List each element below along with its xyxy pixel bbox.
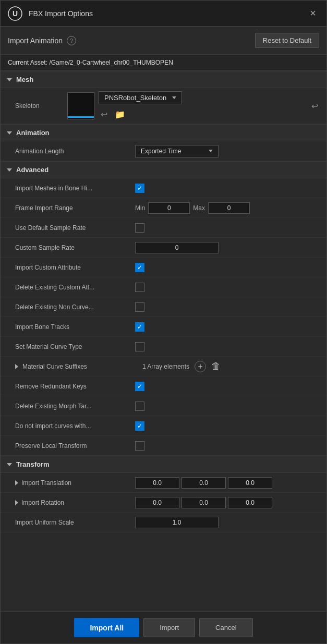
header-left: Import Animation ? (8, 36, 76, 45)
import-translation-x-input[interactable] (135, 477, 179, 489)
bottom-spacer (1, 532, 326, 543)
transform-chevron-icon (7, 463, 12, 466)
use-default-sample-rate-value (135, 223, 320, 233)
transform-section-header[interactable]: Transform (1, 456, 326, 473)
delete-existing-non-curve-row: Delete Existing Non Curve... (1, 297, 326, 317)
animation-chevron-icon (7, 131, 12, 135)
delete-existing-custom-att-row: Delete Existing Custom Att... (1, 277, 326, 297)
skeleton-back-button[interactable]: ↩ (99, 108, 110, 120)
current-asset-row: Current Asset: /Game/2_0-Cartwheel_chr00… (1, 55, 326, 71)
import-uniform-scale-row: Import Uniform Scale (1, 513, 326, 532)
material-curve-suffixes-value: 1 Array elements + 🗑 (142, 361, 320, 372)
import-translation-y-input[interactable] (181, 477, 226, 489)
import-bone-tracks-checkbox[interactable] (135, 322, 144, 332)
skeleton-row: Skeleton PNSRobot_Skeleton ↩ 📁 ↩ (1, 88, 326, 124)
asset-path: /Game/2_0-Cartwheel_chr00_THUMBOPEN (49, 59, 173, 66)
import-meshes-value (135, 184, 320, 193)
frame-import-range-row: Frame Import Range Min Max (1, 198, 326, 218)
header-row: Import Animation ? Reset to Default (1, 27, 326, 55)
use-default-sample-rate-checkbox[interactable] (135, 223, 144, 233)
import-meshes-checkbox[interactable] (135, 184, 144, 193)
reset-to-default-button[interactable]: Reset to Default (255, 33, 319, 48)
skeleton-reset-button[interactable]: ↩ (309, 100, 320, 112)
skeleton-dropdown-value: PNSRobot_Skeleton (104, 94, 166, 102)
delete-existing-non-curve-checkbox[interactable] (135, 302, 144, 312)
remove-redundant-keys-checkbox[interactable] (135, 382, 144, 391)
set-material-curve-type-value (135, 342, 320, 351)
import-meshes-row: Import Meshes in Bone Hi... (1, 178, 326, 198)
preserve-local-transform-value (135, 441, 320, 451)
custom-sample-rate-label: Custom Sample Rate (15, 244, 135, 251)
material-curve-suffixes-row[interactable]: Material Curve Suffixes 1 Array elements… (1, 357, 326, 376)
max-label: Max (193, 204, 205, 212)
animation-length-value: Exported Time (135, 145, 320, 157)
animation-length-row: Animation Length Exported Time (1, 141, 326, 161)
animation-length-dropdown-arrow-icon (209, 150, 213, 152)
footer: Import All Import Cancel (1, 611, 326, 643)
mesh-chevron-icon (7, 78, 12, 81)
mesh-section-title: Mesh (16, 76, 33, 83)
set-material-curve-type-label: Set Material Curve Type (15, 343, 135, 350)
animation-section-header[interactable]: Animation (1, 124, 326, 141)
material-curve-suffixes-label: Material Curve Suffixes (22, 363, 142, 370)
asset-prefix: Current Asset: (8, 59, 47, 66)
delete-existing-non-curve-label: Delete Existing Non Curve... (15, 303, 135, 311)
material-curve-array-count: 1 Array elements (142, 363, 189, 370)
preserve-local-transform-checkbox[interactable] (135, 441, 144, 451)
delete-existing-custom-att-label: Delete Existing Custom Att... (15, 284, 135, 291)
import-custom-attribute-checkbox[interactable] (135, 263, 144, 272)
add-material-curve-button[interactable]: + (195, 361, 206, 372)
custom-sample-rate-input[interactable] (135, 242, 219, 253)
import-all-button[interactable]: Import All (74, 618, 139, 637)
frame-range-max-input[interactable] (208, 202, 250, 214)
import-rotation-z-input[interactable] (228, 497, 272, 508)
delete-material-curve-button[interactable]: 🗑 (211, 361, 221, 372)
do-not-import-curves-value (135, 421, 320, 431)
frame-import-range-label: Frame Import Range (15, 204, 135, 212)
transform-section-title: Transform (16, 460, 50, 468)
animation-length-dropdown[interactable]: Exported Time (135, 145, 219, 157)
animation-section-title: Animation (16, 129, 50, 137)
import-rotation-x-input[interactable] (135, 497, 179, 508)
use-default-sample-rate-row: Use Default Sample Rate (1, 218, 326, 238)
do-not-import-curves-checkbox[interactable] (135, 421, 144, 431)
import-uniform-scale-input[interactable] (135, 517, 219, 528)
import-rotation-chevron-icon (15, 500, 18, 505)
set-material-curve-type-checkbox[interactable] (135, 342, 144, 351)
use-default-sample-rate-label: Use Default Sample Rate (15, 224, 135, 232)
import-custom-attribute-label: Import Custom Attribute (15, 264, 135, 271)
advanced-chevron-icon (7, 168, 12, 172)
import-animation-label: Import Animation (8, 37, 63, 45)
cancel-button[interactable]: Cancel (199, 618, 252, 637)
fbx-import-dialog: U FBX Import Options × Import Animation … (0, 0, 327, 644)
delete-existing-custom-att-checkbox[interactable] (135, 283, 144, 292)
advanced-section-header[interactable]: Advanced (1, 161, 326, 178)
delete-existing-morph-tar-checkbox[interactable] (135, 402, 144, 411)
remove-redundant-keys-value (135, 382, 320, 391)
skeleton-browse-button[interactable]: 📁 (113, 108, 127, 120)
import-uniform-scale-value (135, 517, 320, 528)
import-button[interactable]: Import (143, 618, 195, 637)
delete-existing-custom-att-value (135, 283, 320, 292)
mesh-section-header[interactable]: Mesh (1, 71, 326, 88)
import-translation-inputs (135, 477, 320, 489)
import-bone-tracks-label: Import Bone Tracks (15, 323, 135, 331)
frame-range-min-input[interactable] (148, 202, 190, 214)
import-meshes-label: Import Meshes in Bone Hi... (15, 185, 135, 192)
import-custom-attribute-row: Import Custom Attribute (1, 258, 326, 277)
skeleton-value: PNSRobot_Skeleton ↩ 📁 ↩ (67, 91, 320, 120)
import-bone-tracks-value (135, 322, 320, 332)
title-bar: U FBX Import Options × (1, 1, 326, 27)
import-translation-label: Import Translation (21, 479, 71, 487)
delete-existing-morph-tar-row: Delete Existing Morph Tar... (1, 396, 326, 416)
help-icon[interactable]: ? (67, 36, 76, 45)
import-rotation-y-input[interactable] (181, 497, 226, 508)
import-translation-z-input[interactable] (228, 477, 272, 489)
close-button[interactable]: × (306, 5, 320, 21)
animation-length-dropdown-value: Exported Time (141, 148, 181, 155)
frame-import-range-value: Min Max (135, 202, 320, 214)
advanced-section-title: Advanced (16, 166, 49, 174)
preserve-local-transform-row: Preserve Local Transform (1, 436, 326, 456)
do-not-import-curves-row: Do not import curves with... (1, 416, 326, 436)
skeleton-dropdown[interactable]: PNSRobot_Skeleton (99, 91, 182, 104)
